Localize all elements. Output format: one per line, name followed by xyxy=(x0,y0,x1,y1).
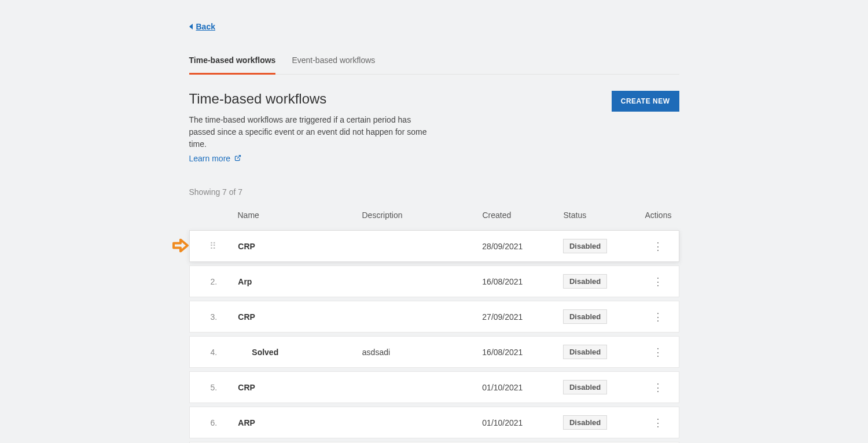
table-row[interactable]: 3. CRP 27/09/2021 Disabled ⋮ xyxy=(189,301,679,333)
page-title: Time-based workflows xyxy=(189,91,438,107)
svg-line-0 xyxy=(237,156,241,159)
tabs: Time-based workflows Event-based workflo… xyxy=(189,49,679,75)
more-actions-icon[interactable]: ⋮ xyxy=(653,382,663,393)
learn-more-link[interactable]: Learn more xyxy=(189,154,242,163)
col-created: Created xyxy=(483,211,564,220)
page-description: The time-based workflows are triggered i… xyxy=(189,114,438,150)
table-header: Name Description Created Status Actions xyxy=(189,204,679,230)
row-created: 16/08/2021 xyxy=(482,277,563,286)
row-created: 01/10/2021 xyxy=(482,383,563,392)
row-created: 27/09/2021 xyxy=(482,312,563,322)
row-created: 01/10/2021 xyxy=(482,418,563,427)
row-desc: asdsadi xyxy=(362,348,483,357)
external-link-icon xyxy=(234,154,241,163)
col-description: Description xyxy=(362,211,483,220)
pointer-arrow-icon xyxy=(172,238,189,254)
table-row[interactable]: ⠿ CRP 28/09/2021 Disabled ⋮ xyxy=(189,230,679,262)
back-link[interactable]: Back xyxy=(189,22,215,31)
row-index: 6. xyxy=(190,418,238,427)
tab-time-based[interactable]: Time-based workflows xyxy=(189,49,276,75)
tab-event-based[interactable]: Event-based workflows xyxy=(292,49,375,74)
status-badge: Disabled xyxy=(563,309,607,324)
more-actions-icon[interactable]: ⋮ xyxy=(653,276,663,287)
table-row[interactable]: 5. CRP 01/10/2021 Disabled ⋮ xyxy=(189,371,679,403)
more-actions-icon[interactable]: ⋮ xyxy=(653,241,663,252)
table-row[interactable]: 6. ARP 01/10/2021 Disabled ⋮ xyxy=(189,407,679,438)
col-actions: Actions xyxy=(638,211,679,220)
row-index: 2. xyxy=(190,277,238,286)
row-index: 5. xyxy=(190,383,238,392)
row-index: 3. xyxy=(190,312,238,322)
back-label: Back xyxy=(196,22,215,31)
more-actions-icon[interactable]: ⋮ xyxy=(653,346,663,358)
row-name: CRP xyxy=(238,242,362,251)
status-badge: Disabled xyxy=(563,345,607,359)
showing-count: Showing 7 of 7 xyxy=(189,187,679,197)
row-name: ARP xyxy=(238,418,362,427)
status-badge: Disabled xyxy=(563,239,607,253)
row-name: Arp xyxy=(238,277,362,286)
status-badge: Disabled xyxy=(563,274,607,289)
row-index: 4. xyxy=(190,348,238,357)
table-row[interactable]: 4. Solved asdsadi 16/08/2021 Disabled ⋮ xyxy=(189,336,679,368)
create-new-button[interactable]: CREATE NEW xyxy=(612,91,679,112)
status-badge: Disabled xyxy=(563,380,607,394)
col-status: Status xyxy=(564,211,638,220)
col-name: Name xyxy=(238,211,362,220)
row-created: 16/08/2021 xyxy=(482,348,563,357)
row-name: CRP xyxy=(238,312,362,322)
row-name: CRP xyxy=(238,383,362,392)
learn-more-label: Learn more xyxy=(189,154,231,163)
more-actions-icon[interactable]: ⋮ xyxy=(653,417,663,429)
more-actions-icon[interactable]: ⋮ xyxy=(653,311,663,323)
status-badge: Disabled xyxy=(563,415,607,430)
back-arrow-icon xyxy=(189,24,193,29)
table-row[interactable]: 2. Arp 16/08/2021 Disabled ⋮ xyxy=(189,265,679,297)
row-name: Solved xyxy=(238,348,362,357)
drag-handle-icon[interactable]: ⠿ xyxy=(209,244,218,248)
row-created: 28/09/2021 xyxy=(482,242,563,251)
